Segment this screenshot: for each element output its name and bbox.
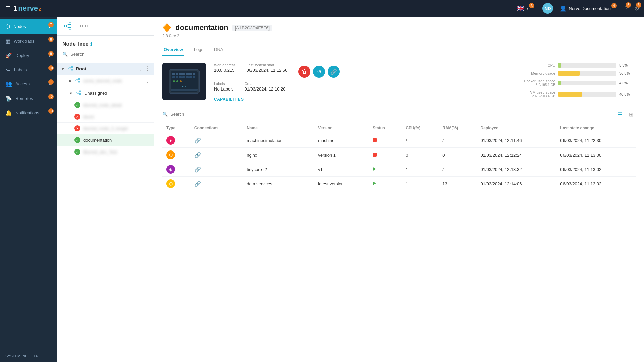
nerve-doc-link[interactable]: 👤 Nerve Documentation 4 — [560, 5, 618, 12]
capabilities-link[interactable]: CAPABILITIES — [214, 97, 340, 102]
vm-bar — [558, 92, 582, 97]
hamburger-icon[interactable]: ☰ — [5, 5, 11, 12]
sidebar-label-deploy: Deploy — [15, 53, 29, 58]
row-last-state: 06/03/2024, 11:13:02 — [556, 177, 636, 191]
memory-bar — [558, 71, 580, 76]
table-head: Type Connections Name Version Status CPU… — [162, 123, 636, 133]
node-search-area: 🔍 — [57, 50, 154, 63]
memory-label: Memory usage — [522, 71, 555, 75]
workloads-search-icon: 🔍 — [162, 112, 168, 117]
svg-point-20 — [79, 93, 81, 95]
link-icon: 🔗 — [330, 69, 337, 75]
n1-status: ✓ — [74, 102, 80, 108]
item1-more[interactable]: ⋮ — [145, 78, 150, 84]
workloads-search-input[interactable] — [162, 110, 229, 119]
sidebar-item-remotes[interactable]: 📡 Remotes 12 — [0, 91, 57, 106]
flag-chevron: ▼ — [526, 7, 529, 10]
svg-rect-31 — [193, 73, 195, 75]
tree-item-n5[interactable]: ✓ Blurred_dev_Test — [57, 146, 154, 158]
sidebar-item-workloads[interactable]: ▦ Workloads 8 — [0, 34, 57, 48]
detail-title: documentation — [175, 23, 228, 32]
spacer — [348, 63, 514, 102]
root-more-icon[interactable]: ⋮ — [145, 66, 150, 72]
tree-unassigned[interactable]: ▼ Unassigned — [57, 87, 154, 99]
list-view-button[interactable]: ☰ — [615, 110, 625, 119]
vm-sub: 202.2/503.4 GB — [522, 94, 555, 98]
tree-root-item[interactable]: ▼ Root ↓ ⋮ — [57, 63, 154, 75]
language-selector[interactable]: 🇬🇧 ▼ 3 — [517, 5, 536, 12]
row-version: latest version — [314, 177, 369, 191]
restart-button[interactable]: ↺ — [313, 66, 325, 78]
n5-status: ✓ — [74, 149, 80, 155]
wan-address-item: Wan address 10.0.0.215 — [214, 63, 235, 78]
docker-value: 4.6% — [619, 81, 636, 85]
system-info[interactable]: SYSTEM INFO 14 — [0, 350, 57, 362]
sidebar-item-deploy[interactable]: 🚀 Deploy 9 ▶ — [0, 48, 57, 63]
last-start-label: Last system start — [246, 63, 287, 67]
nerve-doc-label: Nerve Documentation — [569, 6, 611, 11]
user-avatar[interactable]: ND — [542, 3, 553, 14]
tree-item-blurred1[interactable]: ▶ some_blurred_node ⋮ — [57, 75, 154, 87]
row-deployed: 01/03/2024, 12:11:46 — [477, 133, 556, 148]
tab-logs[interactable]: Logs — [193, 44, 205, 56]
logout-badge: 6 — [636, 2, 641, 8]
docker-bar — [558, 81, 561, 85]
doc-label: documentation — [83, 138, 150, 143]
node-search-input[interactable] — [62, 50, 149, 59]
sidebar-item-labels[interactable]: 🏷 Labels 10 — [0, 63, 57, 77]
sidebar-label-access: Access — [15, 81, 30, 86]
detail-id-badge: [A1B2C3D4E5F6] — [232, 25, 272, 31]
tab-overview[interactable]: Overview — [162, 44, 184, 56]
vm-value: 40.8% — [619, 92, 636, 96]
node-device-image: nerve — [162, 63, 206, 100]
logout-icon[interactable]: ⎋ 6 — [635, 5, 639, 12]
restart-icon: ↺ — [317, 69, 321, 75]
tab-map[interactable] — [78, 19, 89, 35]
row-cpu: / — [401, 133, 438, 148]
tree-item-n3[interactable]: ✕ blurred_node_3_longer — [57, 123, 154, 134]
sidebar-item-notifications[interactable]: 🔔 Notifications 13 — [0, 106, 57, 120]
delete-button[interactable]: 🗑 — [298, 66, 310, 78]
sidebar-label-labels: Labels — [14, 67, 27, 72]
workloads-badge: 8 — [48, 37, 54, 42]
svg-point-18 — [77, 92, 78, 93]
sidebar-item-access[interactable]: 👥 Access 11 ▶ — [0, 77, 57, 91]
sidebar-item-nodes[interactable]: ⬡ Nodes 7 ▶ — [0, 19, 57, 34]
svg-rect-34 — [179, 76, 182, 78]
row-last-state: 06/03/2024, 11:22:30 — [556, 133, 636, 148]
n5-label: Blurred_dev_Test — [83, 149, 150, 155]
docker-bar-wrap — [558, 81, 616, 85]
table-row: ⬡🔗nginxversion 10001/03/2024, 12:12:2406… — [162, 148, 636, 162]
tree-item-n2[interactable]: ✕ blurst — [57, 111, 154, 123]
overview-section: nerve Wan address 10.0.0.215 Last system… — [162, 63, 636, 102]
deploy-badge: 9 — [48, 51, 54, 56]
row-connections: 🔗 — [190, 162, 243, 177]
docker-row: Docker used space 8.9/195.1 GB 4.6% — [522, 79, 636, 87]
tree-item-n1[interactable]: ✓ blurred_node_detail — [57, 99, 154, 111]
svg-line-12 — [70, 69, 71, 69]
type-icon: ⬡ — [166, 179, 175, 188]
col-status: Status — [369, 123, 401, 133]
row-ram: 0 — [438, 148, 476, 162]
labels-item: Labels No Labels — [214, 82, 234, 92]
flag-badge: 3 — [529, 3, 534, 8]
tab-dna[interactable]: DNA — [213, 44, 224, 56]
svg-point-5 — [80, 25, 83, 27]
tab-tree[interactable] — [62, 19, 73, 35]
help-icon[interactable]: ? 5 — [625, 5, 628, 12]
svg-rect-43 — [171, 89, 198, 90]
connect-button[interactable]: 🔗 — [328, 66, 340, 78]
svg-point-0 — [64, 25, 66, 27]
item1-label: some_blurred_node — [83, 78, 142, 83]
status-indicator — [373, 153, 377, 157]
svg-rect-30 — [189, 73, 192, 75]
svg-line-17 — [77, 81, 78, 81]
svg-point-9 — [71, 66, 73, 68]
workloads-icon: ▦ — [5, 38, 10, 44]
tree-item-documentation[interactable]: ✓ documentation — [57, 134, 154, 146]
detail-version: 2.8.0-rc.2 — [162, 34, 636, 38]
row-status — [369, 148, 401, 162]
col-ram: RAM(%) — [438, 123, 476, 133]
labels-value: No Labels — [214, 86, 234, 92]
grid-view-button[interactable]: ⊞ — [626, 110, 636, 119]
